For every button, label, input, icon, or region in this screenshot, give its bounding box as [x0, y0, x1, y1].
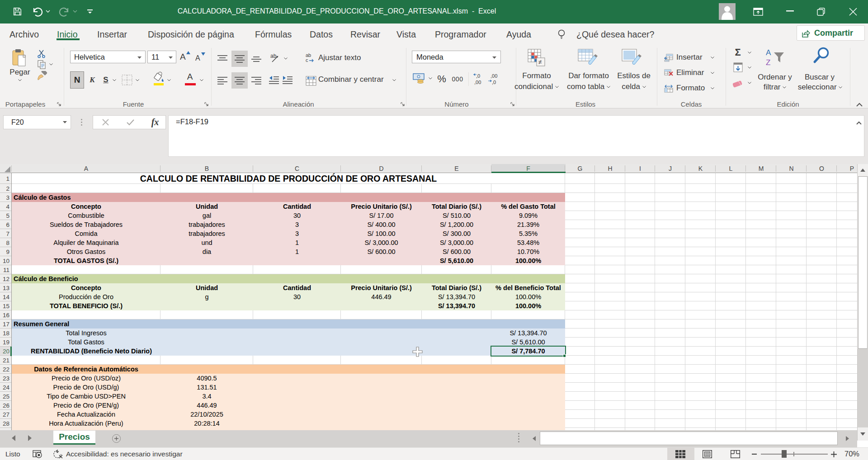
svg-text:,0: ,0 — [476, 73, 480, 79]
svg-text:,00: ,00 — [474, 80, 481, 85]
svg-text:c: c — [306, 57, 308, 63]
svg-text:A: A — [766, 48, 771, 57]
svg-text:≠: ≠ — [538, 58, 542, 66]
svg-text:,00: ,00 — [491, 73, 497, 79]
svg-text:,0: ,0 — [492, 80, 496, 85]
svg-text:Z: Z — [766, 58, 770, 66]
